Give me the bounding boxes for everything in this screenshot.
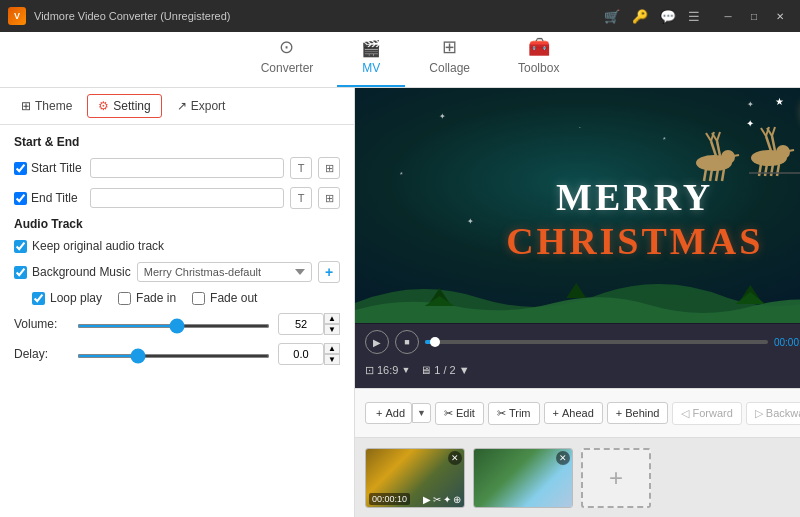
forward-button[interactable]: ◁ Forward xyxy=(672,402,741,425)
end-title-font-btn[interactable]: T xyxy=(290,187,312,209)
end-title-label: End Title xyxy=(14,191,84,205)
keep-original-checkbox[interactable] xyxy=(14,240,27,253)
minimize-button[interactable]: ─ xyxy=(716,6,740,26)
volume-up-button[interactable]: ▲ xyxy=(324,313,340,324)
tab-mv[interactable]: 🎬 MV xyxy=(337,31,405,87)
delay-row: Delay: 0.0 ▲ ▼ xyxy=(14,343,340,365)
tab-converter[interactable]: ⊙ Converter xyxy=(237,28,338,87)
start-title-grid-btn[interactable]: ⊞ xyxy=(318,157,340,179)
nav-tabs: ⊙ Converter 🎬 MV ⊞ Collage 🧰 Toolbox xyxy=(0,32,800,88)
clip-play-icon[interactable]: ▶ xyxy=(423,494,431,505)
bg-music-label: Background Music xyxy=(14,265,131,279)
volume-input[interactable]: 52 xyxy=(278,313,324,335)
delay-down-button[interactable]: ▼ xyxy=(324,354,340,365)
clip-close-1[interactable]: ✕ xyxy=(448,451,462,465)
start-title-label: Start Title xyxy=(14,161,84,175)
theme-button[interactable]: ⊞ Theme xyxy=(10,94,83,118)
converter-icon: ⊙ xyxy=(279,36,294,58)
clip-close-2[interactable]: ✕ xyxy=(556,451,570,465)
tab-collage[interactable]: ⊞ Collage xyxy=(405,28,494,87)
start-title-checkbox[interactable] xyxy=(14,162,27,175)
page-selector[interactable]: 🖥 1/2 ▼ xyxy=(420,364,469,376)
add-button-group: + Add ▼ xyxy=(365,402,431,424)
film-clip-2[interactable]: ✕ xyxy=(473,448,573,508)
fade-in-checkbox[interactable] xyxy=(118,292,131,305)
svg-marker-33 xyxy=(735,292,765,304)
app-icon: V xyxy=(8,7,26,25)
close-button[interactable]: ✕ xyxy=(768,6,792,26)
delay-slider[interactable] xyxy=(77,354,270,358)
svg-line-5 xyxy=(717,141,720,156)
end-title-grid-btn[interactable]: ⊞ xyxy=(318,187,340,209)
progress-dot xyxy=(430,337,440,347)
keep-original-row: Keep original audio track xyxy=(14,239,340,253)
clip-star-icon[interactable]: ✦ xyxy=(443,494,451,505)
bg-music-checkbox[interactable] xyxy=(14,266,27,279)
menu-icon[interactable]: ☰ xyxy=(688,9,700,24)
add-button[interactable]: + Add xyxy=(365,402,412,424)
merry-text: MERRY xyxy=(506,175,763,219)
key-icon[interactable]: 🔑 xyxy=(632,9,648,24)
trim-icon: ✂ xyxy=(497,407,506,420)
volume-spinner: ▲ ▼ xyxy=(324,313,340,335)
svg-marker-31 xyxy=(566,283,586,298)
delay-spinner: ▲ ▼ xyxy=(324,343,340,365)
delay-input[interactable]: 0.0 xyxy=(278,343,324,365)
mv-icon: 🎬 xyxy=(361,39,381,58)
delay-slider-wrap xyxy=(77,347,270,361)
snowflake: · xyxy=(579,123,581,132)
volume-label: Volume: xyxy=(14,317,69,331)
progress-bar[interactable] xyxy=(425,340,768,344)
ground xyxy=(355,268,800,323)
aspect-dropdown-icon: ▼ xyxy=(401,365,410,375)
left-panel: ⊞ Theme ⚙ Setting ↗ Export Start & End S… xyxy=(0,88,355,517)
time-display: 00:00:00.08/00:00:17.10 xyxy=(774,337,800,348)
loop-play-checkbox[interactable] xyxy=(32,292,45,305)
settings-panel: Start & End Start Title Vidmore Video Co… xyxy=(0,125,354,517)
add-dropdown-button[interactable]: ▼ xyxy=(412,403,431,423)
film-clip-1[interactable]: 00:00:10 ✕ ▶ ✂ ✦ ⊕ xyxy=(365,448,465,508)
start-title-font-btn[interactable]: T xyxy=(290,157,312,179)
behind-icon: + xyxy=(616,407,622,419)
add-music-button[interactable]: + xyxy=(318,261,340,283)
clip-cut-icon[interactable]: ✂ xyxy=(433,494,441,505)
aspect-ratio-selector[interactable]: ⊡ 16:9 ▼ xyxy=(365,364,410,377)
ahead-button[interactable]: + Ahead xyxy=(544,402,603,424)
clip-add-icon[interactable]: ⊕ xyxy=(453,494,461,505)
volume-down-button[interactable]: ▼ xyxy=(324,324,340,335)
backward-button[interactable]: ▷ Backward xyxy=(746,402,800,425)
play-button[interactable]: ▶ xyxy=(365,330,389,354)
add-clip-button[interactable]: + xyxy=(581,448,651,508)
app-title: Vidmore Video Converter (Unregistered) xyxy=(34,10,604,22)
loop-play-label: Loop play xyxy=(32,291,102,305)
volume-slider[interactable] xyxy=(77,324,270,328)
delay-up-button[interactable]: ▲ xyxy=(324,343,340,354)
audio-options-row: Loop play Fade in Fade out xyxy=(14,291,340,305)
behind-button[interactable]: + Behind xyxy=(607,402,669,424)
window-controls: ─ □ ✕ xyxy=(716,6,792,26)
end-title-checkbox[interactable] xyxy=(14,192,27,205)
fade-out-checkbox[interactable] xyxy=(192,292,205,305)
end-title-input[interactable]: Vidmore Video Converter xyxy=(90,188,284,208)
filmstrip: 00:00:10 ✕ ▶ ✂ ✦ ⊕ ✕ + xyxy=(355,437,800,517)
export-button[interactable]: ↗ Export xyxy=(166,94,237,118)
clip-controls-1: ▶ ✂ ✦ ⊕ xyxy=(423,494,461,505)
svg-line-20 xyxy=(772,127,775,136)
snowflake: ✦ xyxy=(439,112,446,121)
chat-icon[interactable]: 💬 xyxy=(660,9,676,24)
playback-controls: ▶ ■ 00:00:00.08/00:00:17.10 🔊 xyxy=(365,330,800,354)
trim-button[interactable]: ✂ Trim xyxy=(488,402,540,425)
stop-button[interactable]: ■ xyxy=(395,330,419,354)
setting-button[interactable]: ⚙ Setting xyxy=(87,94,161,118)
bg-music-select[interactable]: Merry Christmas-default xyxy=(137,262,312,282)
collage-icon: ⊞ xyxy=(442,36,457,58)
setting-icon: ⚙ xyxy=(98,99,109,113)
theme-icon: ⊞ xyxy=(21,99,31,113)
edit-button[interactable]: ✂ Edit xyxy=(435,402,484,425)
christmas-title: MERRY CHRISTMAS xyxy=(506,175,763,263)
start-title-input[interactable]: Vidmore Video Converter xyxy=(90,158,284,178)
maximize-button[interactable]: □ xyxy=(742,6,766,26)
start-title-row: Start Title Vidmore Video Converter T ⊞ xyxy=(14,157,340,179)
cart-icon[interactable]: 🛒 xyxy=(604,9,620,24)
tab-toolbox[interactable]: 🧰 Toolbox xyxy=(494,28,583,87)
